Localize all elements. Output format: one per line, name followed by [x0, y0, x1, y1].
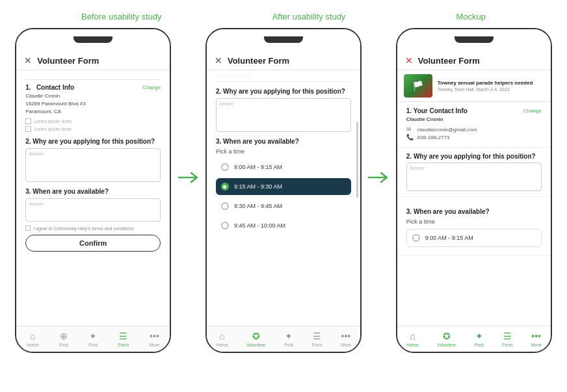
lorem-item-2: Lorem ipsum dolor: [25, 126, 161, 132]
time-option-2[interactable]: 9:30 AM - 9:45 AM: [216, 198, 351, 215]
p3-section2-title: 2. Why are you applying for this positio…: [406, 153, 536, 160]
p3-section1: 1. Your Contact Info Change Claudie Cron…: [397, 102, 551, 148]
nav-form-label-3: Form: [502, 343, 512, 347]
p3-radio-0: [412, 234, 420, 242]
scroll-bar-2[interactable]: [356, 122, 358, 198]
lorem-text-2: Lorem ipsum dolor: [34, 127, 72, 131]
form-icon-3: ☰: [503, 331, 512, 341]
nav-home-2[interactable]: ⌂ Home: [216, 331, 228, 347]
post-icon-3: ✦: [475, 331, 483, 341]
post-icon-2: ✦: [285, 331, 293, 341]
phone-after: ✕ Volunteer Form ─ ─ ─ ─ ─ ─ ─ ─ 2. Why …: [205, 28, 362, 353]
change-link-1[interactable]: Change: [142, 85, 161, 90]
close-icon-3[interactable]: ✕: [405, 55, 413, 66]
agree-text-label: I agree to Community Help's terms and co…: [33, 226, 134, 231]
p3-section2: 2. Why are you applying for this positio…: [397, 148, 551, 197]
nav-more-1[interactable]: ••• More: [149, 331, 159, 347]
form-header-1: ✕ Volunteer Form: [16, 50, 170, 70]
p3-section3-label: 3. When are you available?: [406, 207, 542, 216]
nav-post-3[interactable]: ✦ Post: [475, 331, 484, 347]
form-title-3: Volunteer Form: [418, 56, 480, 66]
section3-label-1: 3. When are you available?: [25, 187, 161, 196]
nav-form-label-2: Form: [311, 343, 322, 347]
nav-more-3[interactable]: ••• More: [531, 331, 542, 347]
time-option-0[interactable]: 9:00 AM - 9:15 AM: [216, 159, 351, 176]
nav-more-label-1: More: [149, 343, 159, 347]
p3-time-option-0[interactable]: 9:00 AM - 9:15 AM: [406, 229, 542, 247]
scrolled-hint: ─ ─ ─ ─ ─ ─ ─ ─: [216, 74, 351, 82]
agree-checkbox[interactable]: [25, 226, 31, 231]
close-icon-2[interactable]: ✕: [215, 55, 222, 66]
nav-home-label-2: Home: [216, 343, 228, 347]
close-icon-1[interactable]: ✕: [24, 55, 32, 66]
pick-time-2: Pick a time: [216, 148, 351, 155]
event-name: Towney annual parade helpers needed: [438, 80, 544, 86]
event-banner: 🏳️ Towney annual parade helpers needed T…: [397, 70, 551, 102]
more-icon-2: •••: [341, 331, 350, 341]
nav-find-1[interactable]: ⊕ Find: [59, 331, 68, 347]
phone1-content: ✕ Volunteer Form 1. Contact Info Change …: [16, 50, 170, 326]
arrow-2: [365, 171, 391, 184]
checkbox-2[interactable]: [25, 126, 31, 132]
bottom-nav-1: ⌂ Home ⊕ Find ✦ Post ☰ Form ••• More: [16, 326, 170, 352]
p3-pick-time: Pick a time: [406, 218, 542, 225]
time-option-1[interactable]: 9:15 AM - 9:30 AM: [216, 178, 351, 195]
nav-form-label-1: Form: [118, 343, 129, 347]
post-icon-1: ✦: [89, 331, 97, 341]
more-icon-1: •••: [150, 331, 159, 341]
form-icon-2: ☰: [313, 331, 321, 341]
radio-0: [221, 163, 229, 171]
nav-form-3[interactable]: ☰ Form: [502, 331, 512, 347]
checkbox-1[interactable]: [25, 118, 31, 124]
nav-volunteer-2[interactable]: ✪ Volunteer: [246, 331, 266, 347]
nav-post-2[interactable]: ✦ Post: [284, 331, 293, 347]
nav-post-label-1: Post: [88, 343, 98, 347]
nav-volunteer-label-2: Volunteer: [246, 343, 266, 347]
change-link-3[interactable]: Change: [523, 108, 542, 114]
answer-box-1[interactable]: Answer: [25, 148, 161, 182]
section1-title: 1. Contact Info: [25, 84, 74, 91]
answer-box-2[interactable]: Answer: [25, 198, 161, 222]
p3-section2-header: 2. Why are you applying for this positio…: [406, 153, 542, 160]
nav-post-1[interactable]: ✦ Post: [88, 331, 98, 347]
phone-notch-bar-3: [397, 29, 551, 50]
radio-1: [221, 183, 229, 190]
event-info: Towney annual parade helpers needed Town…: [438, 80, 544, 91]
email-icon: ✉: [406, 126, 414, 133]
phone-before: ✕ Volunteer Form 1. Contact Info Change …: [15, 28, 171, 353]
find-icon-1: ⊕: [60, 331, 68, 341]
contact-info-1: Claudie Cronin 16289 Paramount Blvd #3 P…: [25, 92, 161, 116]
notch-2: [264, 36, 303, 43]
nav-volunteer-3[interactable]: ✪ Volunteer: [437, 331, 456, 347]
p3-answer-box[interactable]: Answer: [406, 163, 542, 191]
answer-box-p2[interactable]: Answer: [216, 98, 351, 132]
phone3-content: ✕ Volunteer Form 🏳️ Towney annual parade…: [397, 50, 551, 326]
email-row: ✉ claudiecronin@gmail.com: [406, 126, 542, 133]
nav-home-label-3: Home: [406, 343, 419, 347]
agree-row: I agree to Community Help's terms and co…: [25, 226, 161, 231]
nav-form-2[interactable]: ☰ Form: [311, 331, 322, 347]
form-title-1: Volunteer Form: [37, 56, 99, 66]
time-option-3[interactable]: 9:45 AM - 10:00 AM: [216, 217, 351, 234]
time-text-2: 9:30 AM - 9:45 AM: [234, 203, 282, 209]
nav-home-3[interactable]: ⌂ Home: [406, 331, 419, 347]
radio-2: [221, 202, 229, 210]
nav-post-label-2: Post: [284, 343, 293, 347]
time-text-0: 9:00 AM - 9:15 AM: [234, 164, 282, 170]
contact-info-3: Claudie Cronin: [406, 116, 542, 124]
nav-form-1[interactable]: ☰ Form: [118, 331, 129, 347]
p3-section3: 3. When are you available? Pick a time 9…: [397, 197, 551, 255]
p3-section1-header: 1. Your Contact Info Change: [406, 107, 542, 114]
form-icon-1: ☰: [119, 331, 127, 341]
lorem-item-1: Lorem ipsum dolor: [25, 118, 161, 124]
nav-more-label-3: More: [531, 343, 542, 347]
p3-section1-title: 1. Your Contact Info: [406, 107, 468, 114]
phone-mockup: ✕ Volunteer Form 🏳️ Towney annual parade…: [396, 28, 552, 353]
form-header-2: ✕ Volunteer Form: [207, 50, 360, 70]
nav-home-1[interactable]: ⌂ Home: [27, 331, 39, 347]
form-header-3: ✕ Volunteer Form: [397, 50, 551, 70]
nav-more-2[interactable]: ••• More: [341, 331, 351, 347]
confirm-button-1[interactable]: Confirm: [25, 235, 161, 252]
before-label: Before usability study: [81, 12, 162, 21]
nav-more-label-2: More: [341, 343, 351, 347]
